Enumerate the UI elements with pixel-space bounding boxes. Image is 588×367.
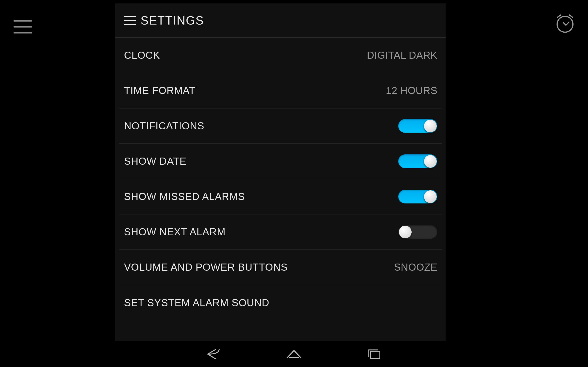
row-show-date[interactable]: SHOW DATE (120, 144, 442, 179)
row-time-format[interactable]: TIME FORMAT 12 HOURS (120, 73, 442, 108)
back-icon[interactable] (204, 348, 223, 361)
alarm-clock-icon[interactable] (554, 12, 576, 35)
settings-list: CLOCK DIGITAL DARK TIME FORMAT 12 HOURS … (115, 38, 446, 367)
svg-rect-3 (370, 352, 380, 359)
toggle-notifications[interactable] (398, 119, 437, 133)
row-label: SHOW DATE (124, 156, 187, 167)
home-icon[interactable] (285, 348, 303, 361)
toggle-show-missed-alarms[interactable] (398, 190, 437, 203)
row-label: SHOW NEXT ALARM (124, 226, 225, 238)
row-label: SHOW MISSED ALARMS (124, 191, 245, 202)
row-label: NOTIFICATIONS (124, 120, 204, 132)
row-label: CLOCK (124, 50, 160, 61)
row-label: SET SYSTEM ALARM SOUND (124, 297, 269, 309)
svg-line-1 (557, 15, 561, 17)
panel-header: SETTINGS (115, 3, 446, 38)
page-title: SETTINGS (141, 14, 204, 27)
row-value: DIGITAL DARK (367, 50, 437, 61)
svg-line-2 (569, 15, 572, 17)
row-clock[interactable]: CLOCK DIGITAL DARK (120, 38, 442, 73)
row-show-next-alarm[interactable]: SHOW NEXT ALARM (120, 215, 442, 250)
settings-panel: SETTINGS CLOCK DIGITAL DARK TIME FORMAT … (115, 3, 446, 367)
row-set-system-alarm-sound[interactable]: SET SYSTEM ALARM SOUND (120, 285, 442, 320)
row-volume-power-buttons[interactable]: VOLUME AND POWER BUTTONS SNOOZE (120, 250, 442, 285)
panel-hamburger-icon[interactable] (124, 16, 136, 25)
hamburger-icon[interactable] (14, 20, 32, 33)
row-label: TIME FORMAT (124, 85, 195, 96)
row-value: 12 HOURS (386, 85, 437, 96)
android-navbar (0, 341, 588, 367)
toggle-show-date[interactable] (398, 154, 437, 168)
recents-icon[interactable] (365, 348, 384, 361)
toggle-show-next-alarm[interactable] (398, 225, 437, 239)
row-notifications[interactable]: NOTIFICATIONS (120, 108, 442, 144)
row-label: VOLUME AND POWER BUTTONS (124, 261, 288, 273)
row-value: SNOOZE (394, 261, 437, 273)
row-show-missed-alarms[interactable]: SHOW MISSED ALARMS (120, 179, 442, 215)
